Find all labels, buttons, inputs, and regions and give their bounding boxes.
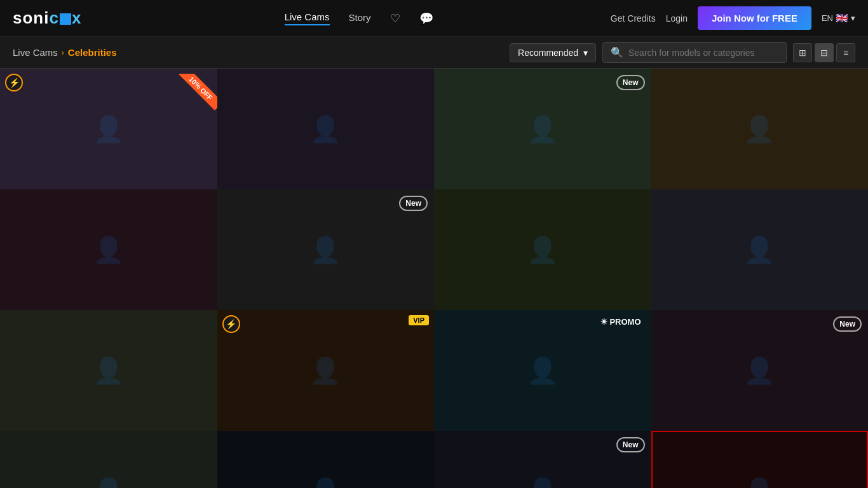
search-input[interactable]: [628, 48, 778, 58]
grid-item-3[interactable]: 👤 New: [434, 69, 651, 189]
off-badge-1: [173, 74, 217, 118]
breadcrumb-separator: ›: [62, 48, 64, 57]
model-thumb-13: 👤: [0, 431, 217, 488]
main-nav: Live Cams Story ♡ 💬: [107, 11, 610, 25]
model-thumb-4: 👤: [651, 69, 869, 189]
flag-icon: 🇬🇧: [836, 12, 848, 24]
logo[interactable]: sonicx: [13, 8, 81, 28]
breadcrumb-current: Celebrities: [68, 47, 117, 58]
grid-item-5[interactable]: 👤: [0, 189, 217, 310]
model-thumb-2: 👤: [217, 69, 435, 189]
sort-label: Recommended: [518, 48, 578, 58]
grid-item-16[interactable]: 👤: [651, 431, 869, 488]
model-grid: 👤 ⚡ 👤 👤 New 👤 👤 👤 New 👤 👤 👤 👤 ⚡ VIP 👤 ✳ …: [0, 69, 868, 488]
grid-large-button[interactable]: ⊞: [793, 43, 812, 62]
model-thumb-8: 👤: [651, 189, 869, 310]
search-box: 🔍: [602, 42, 787, 63]
breadcrumb-home[interactable]: Live Cams: [13, 47, 58, 58]
chat-icon[interactable]: 💬: [419, 11, 433, 25]
model-thumb-10: 👤: [217, 310, 435, 431]
grid-item-12[interactable]: 👤 New: [651, 310, 869, 431]
grid-medium-button[interactable]: ⊟: [815, 43, 834, 62]
grid-item-2[interactable]: 👤: [217, 69, 435, 189]
subheader: Live Cams › Celebrities Recommended ▾ 🔍 …: [0, 37, 868, 69]
model-thumb-5: 👤: [0, 189, 217, 310]
lang-label: EN: [822, 13, 833, 23]
grid-toggle: ⊞ ⊟ ≡: [793, 43, 855, 62]
flash-icon-10: ⚡: [222, 315, 240, 333]
grid-item-14[interactable]: 👤: [217, 431, 435, 488]
heart-icon[interactable]: ♡: [390, 11, 400, 25]
grid-item-10[interactable]: 👤 ⚡ VIP: [217, 310, 435, 431]
join-now-button[interactable]: Join Now for FREE: [698, 6, 811, 30]
grid-item-13[interactable]: 👤: [0, 431, 217, 488]
breadcrumb: Live Cams › Celebrities: [13, 47, 117, 58]
main-header: sonicx Live Cams Story ♡ 💬 Get Credits L…: [0, 0, 868, 37]
chevron-down-icon: ▾: [583, 48, 588, 58]
login-button[interactable]: Login: [666, 13, 688, 24]
grid-item-15[interactable]: 👤 New: [434, 431, 651, 488]
chevron-down-icon: ▾: [851, 13, 855, 23]
grid-item-1[interactable]: 👤 ⚡: [0, 69, 217, 189]
grid-item-9[interactable]: 👤: [0, 310, 217, 431]
model-thumb-16: 👤: [653, 432, 867, 488]
grid-item-4[interactable]: 👤: [651, 69, 869, 189]
nav-live-cams[interactable]: Live Cams: [285, 11, 330, 25]
search-icon: 🔍: [611, 46, 623, 58]
new-badge-15: New: [616, 437, 645, 452]
grid-item-7[interactable]: 👤: [434, 189, 651, 310]
new-badge-3: New: [616, 75, 645, 90]
model-thumb-14: 👤: [217, 431, 435, 488]
model-thumb-9: 👤: [0, 310, 217, 431]
grid-small-button[interactable]: ≡: [836, 43, 855, 62]
new-badge-6: New: [399, 196, 428, 211]
flash-icon-1: ⚡: [5, 74, 23, 92]
model-thumb-7: 👤: [434, 189, 651, 310]
grid-item-8[interactable]: 👤: [651, 189, 869, 310]
new-badge-12: New: [833, 316, 862, 332]
vip-badge-10: VIP: [409, 315, 429, 325]
language-selector[interactable]: EN 🇬🇧 ▾: [822, 12, 855, 24]
get-credits-link[interactable]: Get Credits: [611, 13, 656, 24]
nav-story[interactable]: Story: [349, 12, 371, 25]
header-right: Get Credits Login Join Now for FREE EN 🇬…: [611, 6, 855, 30]
logo-text: sonicx: [13, 8, 81, 28]
promo-badge-11: ✳ PROMO: [595, 315, 646, 329]
grid-item-11[interactable]: 👤 ✳ PROMO: [434, 310, 651, 431]
sort-dropdown[interactable]: Recommended ▾: [510, 43, 596, 62]
grid-item-6[interactable]: 👤 New: [217, 189, 435, 310]
